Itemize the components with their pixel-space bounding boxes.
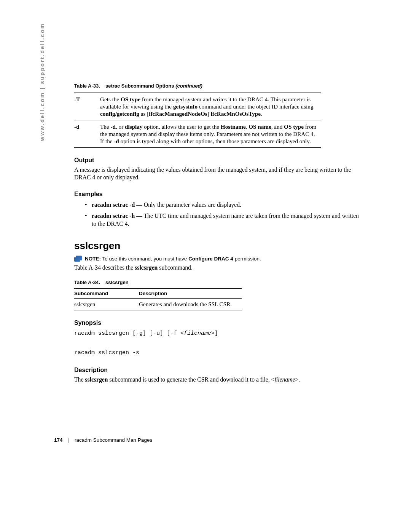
- desc-pre: The: [74, 376, 85, 383]
- table-row: sslcsrgen Generates and downloads the SS…: [74, 298, 242, 310]
- note: NOTE: To use this command, you must have…: [74, 256, 362, 262]
- desc-cmd: sslcsrgen: [85, 376, 108, 383]
- table-row: -d The -d, or display option, allows the…: [74, 120, 321, 148]
- cell-description: Generates and downloads the SSL CSR.: [139, 298, 242, 310]
- option-desc: The -d, or display option, allows the us…: [100, 120, 321, 148]
- col-description: Description: [139, 288, 242, 298]
- table-a34-intro: Table A-34 describes the sslcsrgen subco…: [74, 264, 362, 272]
- code-line1a: racadm sslcsrgen [-g] [-u] [-f <: [74, 330, 184, 337]
- code-line2: racadm sslcsrgen -s: [74, 350, 139, 356]
- list-item: racadm setrac -h — The UTC time and mana…: [85, 212, 362, 228]
- examples-list: racadm setrac -d — Only the parameter va…: [74, 201, 362, 228]
- description-heading: Description: [74, 367, 362, 374]
- synopsis-heading: Synopsis: [74, 320, 362, 326]
- description-text: The sslcsrgen subcommand is used to gene…: [74, 376, 362, 383]
- option-flag: -T: [74, 93, 100, 120]
- caption-continued: (continued): [175, 83, 202, 89]
- page-footer: 174 | racadm Subcommand Man Pages: [54, 437, 152, 443]
- table-a34-caption: Table A-34.sslcsrgen: [74, 280, 362, 285]
- note-permission: Configure DRAC 4: [188, 256, 233, 262]
- examples-heading: Examples: [74, 191, 362, 198]
- intro-cmd: sslcsrgen: [135, 264, 158, 271]
- note-post: permission.: [233, 256, 261, 262]
- footer-separator: |: [68, 437, 70, 443]
- option-flag: -d: [74, 120, 100, 148]
- page-number: 174: [54, 437, 63, 443]
- page-content: Table A-33.setrac Subcommand Options (co…: [74, 83, 362, 384]
- table-row: -T Gets the OS type from the managed sys…: [74, 93, 321, 120]
- desc-filename: filename: [274, 376, 295, 383]
- table-a34: Subcommand Description sslcsrgen Generat…: [74, 288, 242, 310]
- col-subcommand: Subcommand: [74, 288, 139, 298]
- intro-post: subcommand.: [158, 264, 193, 271]
- note-icon: [74, 256, 82, 262]
- caption-title: sslcsrgen: [105, 280, 129, 285]
- table-a33-caption: Table A-33.setrac Subcommand Options (co…: [74, 83, 362, 89]
- code-filename: filename: [184, 330, 211, 337]
- cell-subcommand: sslcsrgen: [74, 298, 139, 310]
- footer-title: racadm Subcommand Man Pages: [75, 437, 152, 443]
- example-command: racadm setrac -h: [92, 212, 135, 219]
- table-a33: -T Gets the OS type from the managed sys…: [74, 93, 321, 148]
- output-heading: Output: [74, 157, 362, 164]
- table-header-row: Subcommand Description: [74, 288, 242, 298]
- synopsis-code: racadm sslcsrgen [-g] [-u] [-f <filename…: [74, 329, 362, 358]
- intro-pre: Table A-34 describes the: [74, 264, 135, 271]
- option-desc: Gets the OS type from the managed system…: [100, 93, 321, 120]
- example-desc: — Only the parameter values are displaye…: [135, 201, 241, 208]
- output-text: A message is displayed indicating the va…: [74, 166, 362, 182]
- code-line1c: >]: [211, 330, 218, 337]
- example-command: racadm setrac -d: [92, 201, 135, 208]
- note-pre: To use this command, you must have: [101, 256, 188, 262]
- sslcsrgen-heading: sslcsrgen: [74, 240, 362, 252]
- list-item: racadm setrac -d — Only the parameter va…: [85, 201, 362, 209]
- note-text: NOTE: To use this command, you must have…: [85, 256, 261, 262]
- side-url-text: www.dell.com | support.dell.com: [39, 23, 45, 141]
- caption-prefix: Table A-34.: [74, 280, 100, 285]
- desc-post: >.: [295, 376, 300, 383]
- caption-title: setrac Subcommand Options: [105, 83, 175, 89]
- caption-prefix: Table A-33.: [74, 83, 100, 89]
- desc-mid: subcommand is used to generate the CSR a…: [108, 376, 274, 383]
- note-label: NOTE:: [85, 256, 101, 262]
